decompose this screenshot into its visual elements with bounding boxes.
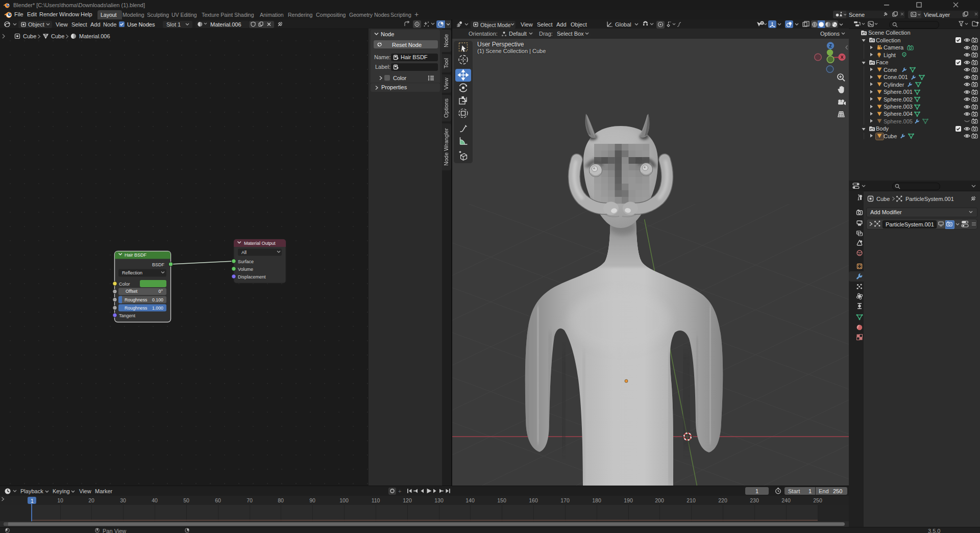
svg-text:Roughness: Roughness [125, 306, 148, 311]
svg-text:Displacement: Displacement [238, 274, 266, 280]
svg-text:All: All [241, 250, 247, 255]
svg-text:Volume: Volume [238, 267, 253, 272]
svg-text:0.100: 0.100 [152, 297, 163, 302]
svg-text:Z: Z [829, 43, 831, 48]
svg-text:0°: 0° [159, 289, 163, 294]
svg-text:Hair BSDF: Hair BSDF [125, 252, 147, 258]
svg-text:Roughness: Roughness [125, 297, 148, 302]
svg-text:BSDF: BSDF [152, 262, 165, 267]
svg-text:Offset: Offset [126, 289, 138, 294]
svg-text:Material Output: Material Output [244, 241, 276, 246]
svg-text:Surface: Surface [238, 259, 254, 264]
svg-text:1.000: 1.000 [152, 306, 163, 311]
svg-text:X: X [841, 55, 844, 60]
svg-text:Reflection: Reflection [122, 270, 142, 275]
svg-text:Tangent: Tangent [119, 313, 136, 318]
svg-text:Color: Color [119, 282, 130, 287]
